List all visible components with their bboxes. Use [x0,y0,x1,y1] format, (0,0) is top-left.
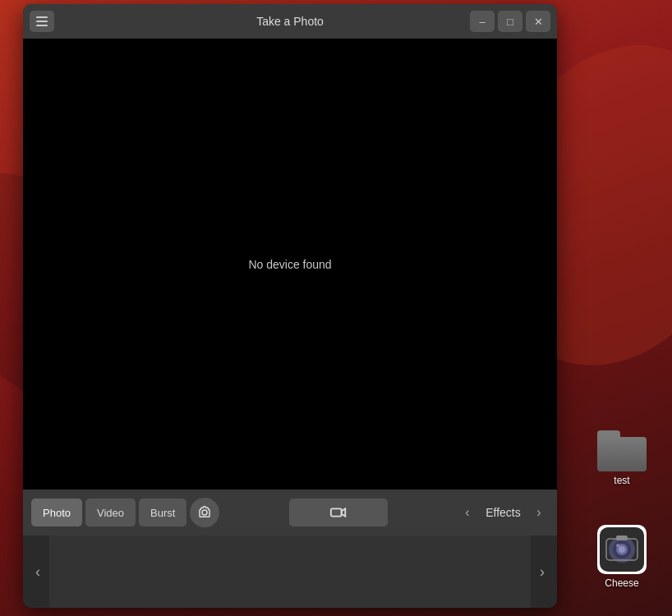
cheese-icon-svg [600,527,644,572]
bottom-toolbar: Photo Video Burst ‹ Effects › [23,490,557,536]
app-window: Take a Photo – □ ✕ No device found Photo… [23,4,557,608]
camera-viewfinder: No device found [23,39,557,490]
gallery-content [49,536,531,608]
window-controls: – □ ✕ [470,11,550,32]
desktop-icon-cheese[interactable]: Cheese [594,522,650,592]
close-button[interactable]: ✕ [526,11,550,32]
gallery-next-icon: › [540,563,545,581]
burst-mode-button[interactable]: Burst [139,499,186,526]
close-icon: ✕ [534,16,543,28]
svg-point-7 [616,544,619,547]
minimize-icon: – [479,16,485,28]
effects-prev-button[interactable]: ‹ [458,499,477,526]
camera-settings-button[interactable] [190,498,219,527]
chevron-left-icon: ‹ [465,505,469,520]
menu-button[interactable] [30,11,54,32]
folder-body [597,437,647,471]
desktop-icon-test[interactable]: test [594,427,650,490]
folder-label: test [614,475,629,486]
svg-point-6 [619,546,625,553]
folder-icon [597,430,647,471]
maximize-icon: □ [507,16,513,28]
effects-label: Effects [481,506,526,519]
svg-point-0 [202,510,207,515]
no-device-message: No device found [248,258,331,271]
window-title: Take a Photo [256,15,324,28]
svg-rect-1 [331,508,342,516]
minimize-button[interactable]: – [470,11,495,32]
gallery-strip: ‹ › [23,536,557,608]
maximize-button[interactable]: □ [498,11,522,32]
effects-next-button[interactable]: › [529,499,549,526]
effects-area: ‹ Effects › [458,499,549,526]
photo-mode-button[interactable]: Photo [31,499,82,526]
video-camera-icon [329,503,348,522]
gallery-prev-button[interactable]: ‹ [26,536,49,608]
gallery-next-button[interactable]: › [531,536,554,608]
cheese-label: Cheese [605,577,638,589]
chevron-right-icon: › [536,505,541,520]
hamburger-icon [36,16,48,26]
capture-button[interactable] [289,499,388,526]
gallery-prev-icon: ‹ [35,563,40,581]
svg-rect-9 [616,536,628,540]
camera-settings-icon [197,505,212,520]
video-mode-button[interactable]: Video [85,499,136,526]
title-bar-left-controls [30,11,54,32]
cheese-app-icon [597,525,647,574]
title-bar: Take a Photo – □ ✕ [23,4,557,39]
